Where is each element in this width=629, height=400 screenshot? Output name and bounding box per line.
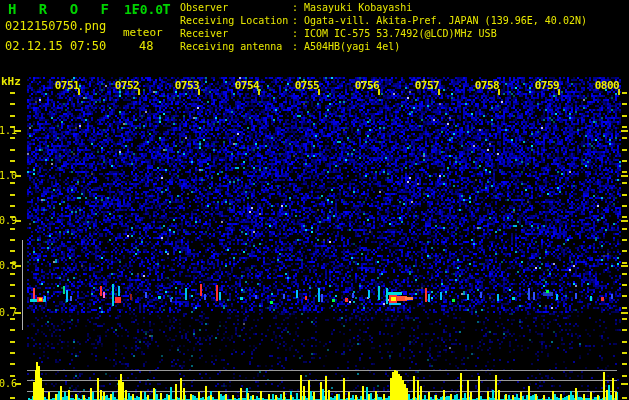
freq-label-0.6: 0.6 xyxy=(0,378,15,389)
info-separator: : xyxy=(292,27,304,40)
info-label: Receiving antenna xyxy=(180,40,292,53)
y-axis-unit-label: kHz xyxy=(1,75,21,88)
observation-mode-label: meteor xyxy=(123,26,163,39)
info-separator: : xyxy=(292,14,304,27)
hrofft-app-window: H R O F F T 1.0.0 0212150750.png meteor … xyxy=(0,0,629,400)
info-row: Observer:Masayuki Kobayashi xyxy=(180,1,587,14)
freq-label-0.7: 0.7 xyxy=(0,307,15,318)
freq-label-1.1: 1.1 xyxy=(0,125,15,136)
observation-datetime: 02.12.15 07:50 xyxy=(5,39,106,53)
spectrogram-canvas xyxy=(0,0,629,400)
time-label-0754: 0754 xyxy=(232,79,262,92)
info-row: Receiver:ICOM IC-575 53.7492(@LCD)MHz US… xyxy=(180,27,587,40)
info-label: Receiver xyxy=(180,27,292,40)
app-version: 1.0.0 xyxy=(124,2,163,17)
time-label-0759: 0759 xyxy=(532,79,562,92)
freq-label-1.0: 1.0 xyxy=(0,170,15,181)
time-label-0755: 0755 xyxy=(292,79,322,92)
time-label-0753: 0753 xyxy=(172,79,202,92)
info-label: Receiving Location xyxy=(180,14,292,27)
info-value: Masayuki Kobayashi xyxy=(304,2,412,13)
info-separator: : xyxy=(292,1,304,14)
output-filename: 0212150750.png xyxy=(5,19,106,33)
echo-count: 48 xyxy=(139,39,153,53)
observer-info-block: Observer:Masayuki KobayashiReceiving Loc… xyxy=(180,1,587,53)
time-label-0757: 0757 xyxy=(412,79,442,92)
info-separator: : xyxy=(292,40,304,53)
time-label-0756: 0756 xyxy=(352,79,382,92)
info-value: Ogata-vill. Akita-Pref. JAPAN (139.96E, … xyxy=(304,15,587,26)
time-label-0752: 0752 xyxy=(112,79,142,92)
info-row: Receiving Location:Ogata-vill. Akita-Pre… xyxy=(180,14,587,27)
time-label-0751: 0751 xyxy=(52,79,82,92)
info-value: A504HB(yagi 4el) xyxy=(304,41,400,52)
time-label-0758: 0758 xyxy=(472,79,502,92)
freq-label-0.8: 0.8 xyxy=(0,260,15,271)
info-value: ICOM IC-575 53.7492(@LCD)MHz USB xyxy=(304,28,497,39)
time-label-0800: 0800 xyxy=(592,79,622,92)
info-row: Receiving antenna:A504HB(yagi 4el) xyxy=(180,40,587,53)
info-label: Observer xyxy=(180,1,292,14)
freq-label-0.9: 0.9 xyxy=(0,215,15,226)
